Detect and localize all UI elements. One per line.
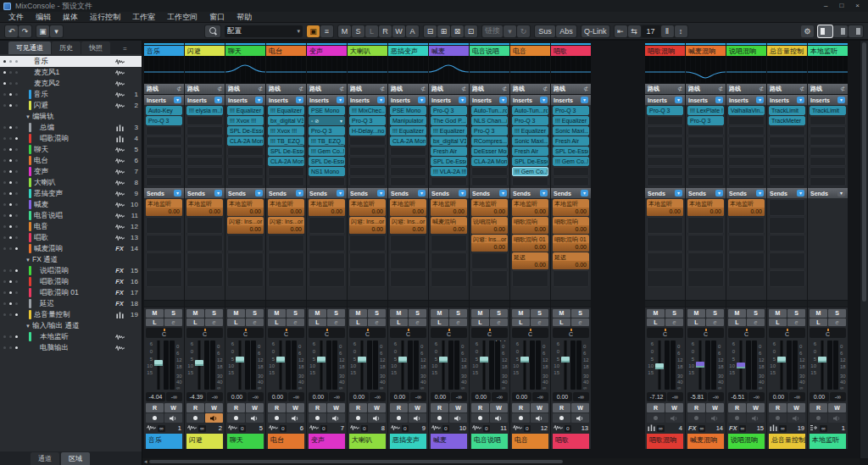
- record-enable-button[interactable]: [390, 413, 408, 423]
- insert-slot-empty[interactable]: [146, 147, 182, 156]
- mute-button[interactable]: M: [309, 309, 326, 318]
- routing-rack-header[interactable]: 路线⊄: [808, 84, 848, 94]
- record-enable-button[interactable]: [810, 413, 827, 423]
- mute-button[interactable]: M: [687, 309, 705, 318]
- insert-slot-empty[interactable]: [810, 157, 846, 166]
- send-level-value[interactable]: 0.00: [471, 243, 508, 252]
- insert-slot-empty[interactable]: [647, 147, 683, 156]
- solo-button[interactable]: S: [571, 309, 589, 318]
- read-automation-button[interactable]: R: [349, 403, 367, 412]
- zone-dot-2[interactable]: [9, 313, 12, 316]
- send-slot[interactable]: 本地监听0.00: [186, 199, 223, 216]
- monitor-button[interactable]: [828, 413, 846, 423]
- fader-level-value[interactable]: -5.81: [687, 392, 707, 401]
- insert-slot[interactable]: !!! Xvox !!!: [268, 126, 304, 136]
- send-level-value[interactable]: 0.00: [512, 208, 548, 216]
- edit-channel-button[interactable]: e: [665, 318, 683, 327]
- read-automation-button[interactable]: R: [227, 403, 245, 412]
- vertical-scrollbar[interactable]: [860, 41, 868, 458]
- sends-menu-icon[interactable]: ▾: [715, 190, 723, 197]
- fader-level-value[interactable]: 0.00: [512, 392, 531, 401]
- send-slot-empty[interactable]: [349, 235, 386, 252]
- send-slot-empty[interactable]: [227, 252, 264, 269]
- insert-slot-empty[interactable]: [349, 147, 386, 156]
- solo-button[interactable]: S: [787, 309, 805, 318]
- insert-slot-empty[interactable]: [647, 116, 683, 125]
- solo-button[interactable]: S: [490, 309, 508, 318]
- record-enable-button[interactable]: [186, 413, 204, 423]
- peak-meter-value[interactable]: -∞: [370, 392, 386, 401]
- send-slot-empty[interactable]: [390, 252, 426, 269]
- mute-button[interactable]: M: [471, 309, 489, 318]
- menu-窗口[interactable]: 窗口: [209, 12, 225, 23]
- write-automation-button[interactable]: W: [490, 403, 508, 412]
- read-automation-button[interactable]: R: [810, 403, 827, 412]
- link-refresh-icon[interactable]: ↻: [517, 25, 530, 37]
- global-a-button[interactable]: A: [406, 25, 419, 37]
- insert-slot-empty[interactable]: [471, 177, 508, 186]
- inserts-rack-header[interactable]: Inserts▾: [808, 95, 848, 105]
- insert-slot[interactable]: NS1 Mono: [309, 167, 345, 176]
- monitor-button[interactable]: [665, 413, 683, 423]
- zone-dot-3[interactable]: [15, 302, 18, 305]
- send-slot[interactable]: 喊麦混响0.00: [431, 217, 467, 234]
- bank-step-icon[interactable]: ⇆: [628, 25, 641, 37]
- sus-button[interactable]: Sus: [535, 25, 555, 37]
- write-automation-button[interactable]: W: [665, 403, 683, 412]
- sends-menu-icon[interactable]: ▾: [418, 190, 426, 197]
- folder-caret-icon[interactable]: ▼: [25, 257, 32, 263]
- send-slot[interactable]: 本地监听0.00: [553, 199, 589, 216]
- zone-dot-1[interactable]: [3, 346, 6, 349]
- strip-name-footer[interactable]: 恶搞变声: [390, 434, 426, 449]
- send-slot-empty[interactable]: [647, 252, 683, 269]
- inserts-menu-icon[interactable]: ▾: [756, 97, 764, 103]
- sends-menu-icon[interactable]: ▾: [174, 190, 181, 197]
- insert-slot-empty[interactable]: [431, 177, 467, 186]
- insert-slot[interactable]: Auto-Tun...ro: [512, 106, 548, 115]
- insert-slot-empty[interactable]: [146, 126, 182, 136]
- channel-list-item-恶搞变声[interactable]: 恶搞变声9: [0, 188, 142, 199]
- send-slot-empty[interactable]: [687, 270, 724, 287]
- insert-slot[interactable]: Pro-Q 3: [146, 116, 182, 125]
- insert-slot-empty[interactable]: [769, 157, 805, 166]
- zone-dot-3[interactable]: [15, 60, 18, 63]
- zone-dot-3[interactable]: [15, 236, 18, 239]
- insert-slot-empty[interactable]: [146, 167, 182, 176]
- write-automation-button[interactable]: W: [531, 403, 548, 412]
- listen-button[interactable]: L: [146, 318, 164, 327]
- insert-slot[interactable]: Pro-Q 3: [431, 106, 467, 115]
- listen-button[interactable]: L: [309, 318, 326, 327]
- horizontal-scrollbar[interactable]: ◂: [142, 458, 860, 465]
- send-level-value[interactable]: 0.00: [390, 208, 426, 216]
- link-group-button[interactable]: 链接: [482, 25, 503, 37]
- right-zone-toggle[interactable]: [833, 25, 848, 37]
- inserts-rack-header[interactable]: Inserts▾: [551, 95, 591, 105]
- sends-rack-header[interactable]: Sends▾: [470, 188, 509, 198]
- read-automation-button[interactable]: R: [728, 403, 746, 412]
- volume-fader[interactable]: [357, 340, 366, 390]
- routing-rack-header[interactable]: 路线⊄: [470, 84, 509, 94]
- edit-channel-button[interactable]: e: [368, 318, 386, 327]
- strip-name-header[interactable]: 大喇叭: [348, 46, 387, 56]
- insert-slot[interactable]: TrackLimit: [810, 106, 846, 115]
- send-slot[interactable]: 闪避: Ins...or0.00: [390, 217, 426, 234]
- send-slot-empty[interactable]: [647, 217, 683, 234]
- routing-rack-header[interactable]: 路线⊄: [225, 84, 265, 94]
- insert-slot[interactable]: CLA-2A Mono: [390, 136, 426, 146]
- sends-menu-icon[interactable]: ▾: [214, 190, 222, 197]
- strip-curve-display[interactable]: [686, 56, 726, 83]
- routing-collapse-icon[interactable]: ⊄: [217, 86, 222, 92]
- strip-curve-display[interactable]: [429, 56, 469, 83]
- volume-fader[interactable]: [817, 340, 826, 390]
- read-automation-button[interactable]: R: [390, 403, 408, 412]
- zone-dot-3[interactable]: [15, 269, 18, 272]
- zone-dot-1[interactable]: [3, 291, 6, 294]
- peak-meter-value[interactable]: -∞: [667, 392, 683, 401]
- volume-fader[interactable]: [194, 340, 203, 390]
- rack-bypass-icon-1[interactable]: ⊟: [424, 25, 437, 37]
- zone-dot-2[interactable]: [9, 170, 12, 173]
- zone-dot-1[interactable]: [3, 71, 6, 74]
- menu-帮助[interactable]: 帮助: [236, 12, 252, 23]
- read-automation-button[interactable]: R: [769, 403, 787, 412]
- send-slot[interactable]: 闪避: Ins...or0.00: [227, 217, 264, 234]
